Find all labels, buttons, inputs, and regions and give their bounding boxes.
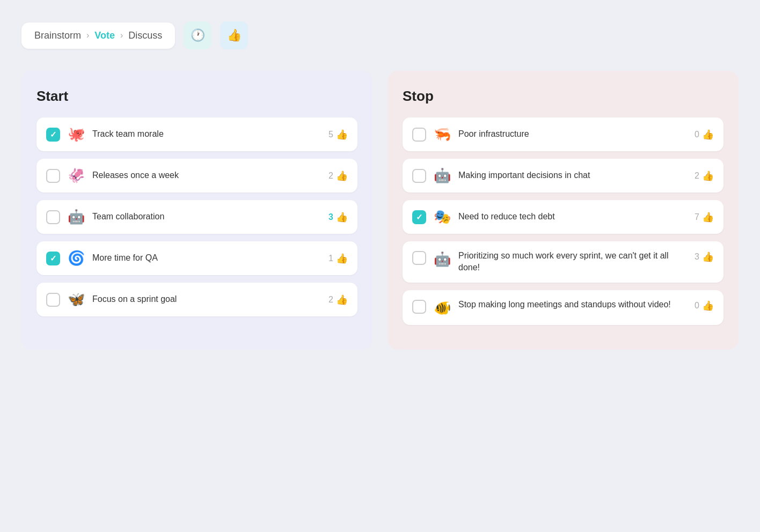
card-label: Stop making long meetings and standups w… xyxy=(458,299,687,311)
card-label: Releases once a week xyxy=(92,169,321,181)
list-item: 🦐 Poor infrastructure 0 👍 xyxy=(403,117,724,151)
start-title: Start xyxy=(36,88,357,105)
vote-count[interactable]: 3 👍 xyxy=(328,211,348,223)
list-item: 🎭 Need to reduce tech debt 7 👍 xyxy=(403,200,724,234)
emoji-icon: 🦑 xyxy=(68,167,85,184)
checkbox-tech-debt[interactable] xyxy=(412,210,426,224)
vote-count[interactable]: 0 👍 xyxy=(695,300,714,312)
vote-count[interactable]: 2 👍 xyxy=(695,170,714,182)
thumb-icon: 👍 xyxy=(227,28,242,42)
emoji-icon: 🤖 xyxy=(434,167,451,184)
emoji-icon: 🐠 xyxy=(434,300,451,316)
stop-column: Stop 🦐 Poor infrastructure 0 👍 🤖 Making … xyxy=(388,71,739,350)
checkbox-track-team-morale[interactable] xyxy=(46,128,60,142)
vote-count[interactable]: 7 👍 xyxy=(695,211,714,223)
checkbox-sprint-goal[interactable] xyxy=(46,293,60,307)
start-column: Start 🐙 Track team morale 5 👍 🦑 Releases… xyxy=(21,71,372,350)
breadcrumb-vote[interactable]: Vote xyxy=(94,30,115,41)
list-item: 🤖 Making important decisions in chat 2 👍 xyxy=(403,159,724,193)
emoji-icon: 🐙 xyxy=(68,126,85,143)
thumb-icon: 👍 xyxy=(702,300,714,312)
card-label: Team collaboration xyxy=(92,211,321,223)
thumb-icon: 👍 xyxy=(336,211,348,223)
card-label: Making important decisions in chat xyxy=(458,169,687,181)
checkbox-team-collab[interactable] xyxy=(46,210,60,224)
list-item: 🦑 Releases once a week 2 👍 xyxy=(36,159,357,193)
checkbox-prioritizing[interactable] xyxy=(412,251,426,265)
thumb-icon: 👍 xyxy=(702,211,714,223)
card-label: Poor infrastructure xyxy=(458,128,687,140)
separator-2: › xyxy=(120,31,123,40)
breadcrumb-discuss[interactable]: Discuss xyxy=(128,30,162,41)
vote-count[interactable]: 5 👍 xyxy=(328,129,348,141)
vote-count[interactable]: 2 👍 xyxy=(328,294,348,306)
top-nav: Brainstorm › Vote › Discuss 🕐 👍 xyxy=(21,21,739,49)
clock-icon: 🕐 xyxy=(191,28,205,42)
checkbox-poor-infra[interactable] xyxy=(412,128,426,142)
list-item: 🌀 More time for QA 1 👍 xyxy=(36,241,357,275)
columns: Start 🐙 Track team morale 5 👍 🦑 Releases… xyxy=(21,71,739,350)
emoji-icon: 🌀 xyxy=(68,250,85,267)
list-item: 🤖 Prioritizing so much work every sprint… xyxy=(403,241,724,283)
vote-count[interactable]: 0 👍 xyxy=(695,129,714,141)
thumb-icon: 👍 xyxy=(336,294,348,306)
list-item: 🦋 Focus on a sprint goal 2 👍 xyxy=(36,283,357,316)
thumb-icon: 👍 xyxy=(702,251,714,263)
checkbox-long-meetings[interactable] xyxy=(412,300,426,314)
vote-count[interactable]: 1 👍 xyxy=(328,253,348,264)
breadcrumb-brainstorm[interactable]: Brainstorm xyxy=(34,30,81,41)
vote-count[interactable]: 3 👍 xyxy=(695,251,714,263)
checkbox-releases[interactable] xyxy=(46,169,60,183)
checkbox-decisions-chat[interactable] xyxy=(412,169,426,183)
card-label: Prioritizing so much work every sprint, … xyxy=(458,250,687,274)
checkbox-more-time-qa[interactable] xyxy=(46,252,60,265)
thumb-icon: 👍 xyxy=(336,129,348,141)
thumb-icon: 👍 xyxy=(336,170,348,182)
thumb-icon: 👍 xyxy=(702,129,714,141)
emoji-icon: 🦋 xyxy=(68,291,85,308)
list-item: 🤖 Team collaboration 3 👍 xyxy=(36,200,357,234)
thumb-icon: 👍 xyxy=(336,253,348,264)
emoji-icon: 🤖 xyxy=(68,209,85,225)
breadcrumb: Brainstorm › Vote › Discuss xyxy=(21,23,175,49)
emoji-icon: 🎭 xyxy=(434,209,451,225)
list-item: 🐠 Stop making long meetings and standups… xyxy=(403,290,724,325)
card-label: Need to reduce tech debt xyxy=(458,211,687,223)
card-label: More time for QA xyxy=(92,252,321,264)
card-label: Focus on a sprint goal xyxy=(92,293,321,305)
emoji-icon: 🤖 xyxy=(434,251,451,268)
clock-button[interactable]: 🕐 xyxy=(184,21,211,49)
emoji-icon: 🦐 xyxy=(434,126,451,143)
thumb-icon: 👍 xyxy=(702,170,714,182)
stop-title: Stop xyxy=(403,88,724,105)
card-label: Track team morale xyxy=(92,128,321,140)
thumb-button[interactable]: 👍 xyxy=(220,21,248,49)
list-item: 🐙 Track team morale 5 👍 xyxy=(36,117,357,151)
separator-1: › xyxy=(86,31,89,40)
vote-count[interactable]: 2 👍 xyxy=(328,170,348,182)
